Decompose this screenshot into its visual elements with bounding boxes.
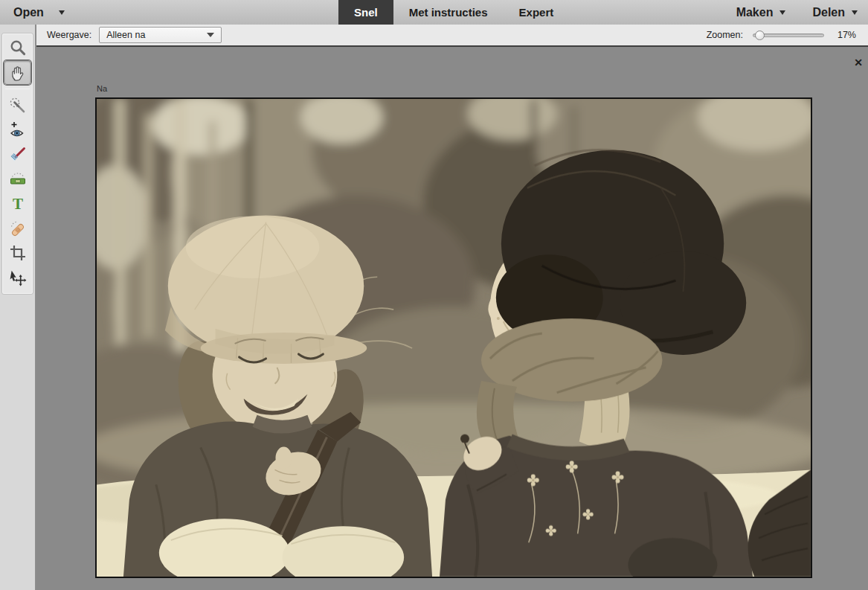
- chevron-down-icon: [207, 33, 214, 41]
- zoom-slider[interactable]: [753, 33, 824, 37]
- tool-column: T: [0, 25, 36, 590]
- photo-illustration: [97, 99, 811, 577]
- tool-panel: T: [1, 33, 33, 295]
- crop-icon: [9, 244, 27, 262]
- delen-label: Delen: [812, 6, 845, 19]
- svg-text:T: T: [12, 195, 22, 213]
- magnifier-icon: [9, 39, 27, 57]
- canvas-area: ✕ Na: [36, 48, 868, 590]
- zoom-label: Zoomen:: [707, 30, 743, 40]
- after-photo[interactable]: [95, 97, 812, 578]
- weergave-value: Alleen na: [106, 30, 145, 40]
- work-area: Weergave: Alleen na Zoomen: 17% ✕ Na: [36, 25, 868, 590]
- chevron-down-icon: [779, 10, 785, 18]
- delen-button[interactable]: Delen: [812, 6, 858, 19]
- maken-button[interactable]: Maken: [736, 6, 786, 19]
- open-label: Open: [13, 6, 44, 19]
- maken-label: Maken: [736, 6, 774, 19]
- zoom-value: 17%: [834, 30, 856, 40]
- close-icon[interactable]: ✕: [854, 57, 863, 68]
- open-button[interactable]: Open: [13, 0, 65, 25]
- bandage-icon: [9, 219, 27, 237]
- eye-plus-icon: [9, 121, 27, 139]
- top-bar-right: Maken Delen: [736, 0, 858, 25]
- weergave-label: Weergave:: [47, 30, 91, 40]
- photo-editor-window: Open Snel Met instructies Expert Maken D…: [0, 0, 868, 590]
- toothbrush-icon: [9, 146, 27, 164]
- tab-expert[interactable]: Expert: [504, 0, 570, 25]
- weergave-select[interactable]: Alleen na: [99, 27, 222, 43]
- zoom-slider-knob[interactable]: [755, 31, 765, 40]
- straighten-tool-button[interactable]: [4, 167, 31, 191]
- move-arrow-icon: [9, 269, 27, 286]
- level-icon: [9, 170, 27, 188]
- move-tool-button[interactable]: [4, 265, 31, 289]
- weergave-group: Weergave: Alleen na: [47, 25, 222, 45]
- zoom-tool-button[interactable]: [4, 36, 31, 60]
- tool-divider: [5, 89, 30, 89]
- quick-selection-tool-button[interactable]: [4, 93, 31, 118]
- chevron-down-icon: [59, 10, 65, 18]
- magic-wand-icon: [9, 97, 27, 115]
- mode-tabs: Snel Met instructies Expert: [338, 0, 569, 25]
- options-bar: Weergave: Alleen na Zoomen: 17%: [36, 25, 868, 47]
- type-t-icon: T: [9, 195, 27, 213]
- type-tool-button[interactable]: T: [4, 191, 31, 216]
- after-view-label: Na: [97, 84, 107, 93]
- tab-met-instructies[interactable]: Met instructies: [393, 0, 504, 25]
- chevron-down-icon: [852, 10, 858, 18]
- zoom-control: Zoomen: 17%: [707, 25, 856, 45]
- crop-tool-button[interactable]: [4, 240, 31, 265]
- hand-tool-button[interactable]: [4, 60, 31, 85]
- whiten-teeth-tool-button[interactable]: [4, 142, 31, 167]
- spot-healing-tool-button[interactable]: [4, 216, 31, 240]
- top-bar: Open Snel Met instructies Expert Maken D…: [0, 0, 868, 25]
- red-eye-removal-tool-button[interactable]: [4, 118, 31, 142]
- hand-icon: [9, 64, 27, 82]
- tab-snel[interactable]: Snel: [338, 0, 393, 25]
